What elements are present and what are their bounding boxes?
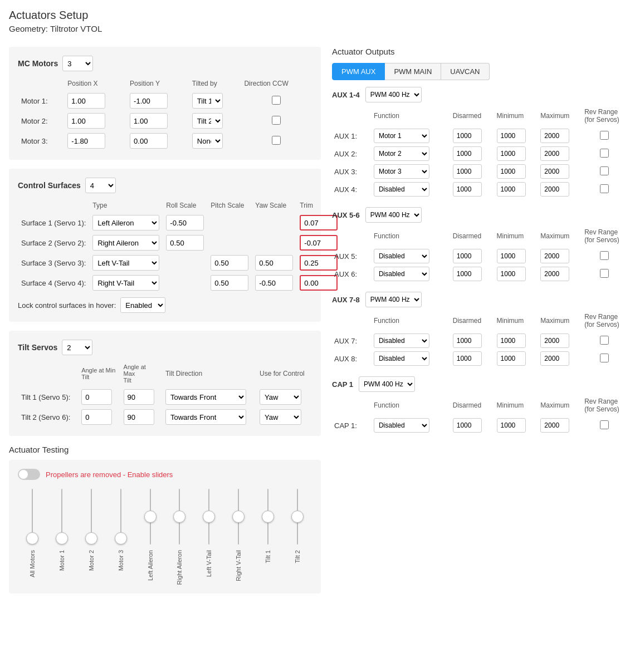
slider-track[interactable] xyxy=(238,489,239,545)
output-maximum[interactable] xyxy=(540,351,569,366)
output-disarmed[interactable] xyxy=(453,129,482,143)
surface-yaw[interactable] xyxy=(255,255,293,271)
slider-track[interactable] xyxy=(32,489,33,545)
enable-sliders-toggle[interactable] xyxy=(18,469,40,480)
surface-type-select[interactable]: Left AileronRight AileronLeft V-TailRigh… xyxy=(92,215,159,230)
output-disarmed[interactable] xyxy=(453,164,482,179)
surface-type-select[interactable]: Left AileronRight AileronLeft V-TailRigh… xyxy=(92,275,159,291)
surface-roll[interactable] xyxy=(166,235,204,251)
control-surfaces-count-select[interactable]: 4 xyxy=(85,178,116,193)
output-function-select[interactable]: DisabledMotor 1Motor 2Motor 3Motor 4Serv… xyxy=(374,418,429,433)
tilt-angle-min[interactable] xyxy=(81,409,112,425)
tab-pwm-main[interactable]: PWM MAIN xyxy=(385,63,441,80)
slider-thumb[interactable] xyxy=(232,511,245,523)
output-rev-check[interactable] xyxy=(600,131,609,140)
output-function-select[interactable]: DisabledMotor 1Motor 2Motor 3Motor 4Serv… xyxy=(374,182,429,197)
output-rev-check[interactable] xyxy=(600,354,609,362)
output-maximum[interactable] xyxy=(540,164,569,179)
motor-pos-x[interactable] xyxy=(67,113,105,129)
output-minimum[interactable] xyxy=(497,333,526,348)
output-function-select[interactable]: DisabledMotor 1Motor 2Motor 3Motor 4Serv… xyxy=(374,129,429,143)
slider-thumb[interactable] xyxy=(262,511,274,523)
slider-track[interactable] xyxy=(179,489,180,545)
surface-pitch[interactable] xyxy=(211,255,248,271)
output-minimum[interactable] xyxy=(497,146,526,161)
output-function-select[interactable]: DisabledMotor 1Motor 2Motor 3Motor 4Serv… xyxy=(374,267,429,281)
lock-select[interactable]: Enabled Disabled xyxy=(120,297,165,313)
surface-type-select[interactable]: Left AileronRight AileronLeft V-TailRigh… xyxy=(92,255,159,271)
output-function-select[interactable]: DisabledMotor 1Motor 2Motor 3Motor 4Serv… xyxy=(374,146,429,161)
output-maximum[interactable] xyxy=(540,418,569,433)
slider-thumb[interactable] xyxy=(56,532,68,545)
slider-thumb[interactable] xyxy=(291,511,304,523)
surface-yaw[interactable] xyxy=(255,275,293,291)
output-maximum[interactable] xyxy=(540,182,569,197)
slider-track[interactable] xyxy=(91,489,92,545)
output-rev-check[interactable] xyxy=(600,251,609,260)
output-maximum[interactable] xyxy=(540,129,569,143)
output-maximum[interactable] xyxy=(540,267,569,281)
output-function-select[interactable]: DisabledMotor 1Motor 2Motor 3Motor 4Serv… xyxy=(374,164,429,179)
output-function-select[interactable]: DisabledMotor 1Motor 2Motor 3Motor 4Serv… xyxy=(374,351,429,366)
slider-thumb[interactable] xyxy=(115,532,127,545)
slider-thumb[interactable] xyxy=(26,532,38,545)
tab-pwm-aux[interactable]: PWM AUX xyxy=(332,63,385,80)
surface-type-select[interactable]: Left AileronRight AileronLeft V-TailRigh… xyxy=(92,235,159,251)
output-disarmed[interactable] xyxy=(453,146,482,161)
output-rev-check[interactable] xyxy=(600,269,609,278)
tilt-angle-max[interactable] xyxy=(124,389,154,405)
motor-ccw-check[interactable] xyxy=(272,136,281,145)
motor-pos-y[interactable] xyxy=(130,113,168,129)
tilt-control-select[interactable]: YawPitchRollDisabled xyxy=(260,389,301,405)
output-disarmed[interactable] xyxy=(453,418,482,433)
motor-tilt-select[interactable]: NoneTilt 1Tilt 2Tilt 3 xyxy=(192,93,223,109)
slider-thumb[interactable] xyxy=(144,511,157,523)
tilt-angle-max[interactable] xyxy=(124,409,154,425)
slider-track[interactable] xyxy=(267,489,268,545)
motor-ccw-check[interactable] xyxy=(272,116,281,125)
output-minimum[interactable] xyxy=(497,182,526,197)
motor-pos-y[interactable] xyxy=(130,93,168,109)
output-rev-check[interactable] xyxy=(600,184,609,193)
motor-pos-y[interactable] xyxy=(130,133,168,149)
tilt-angle-min[interactable] xyxy=(81,389,112,405)
slider-track[interactable] xyxy=(120,489,121,545)
slider-track[interactable] xyxy=(150,489,151,545)
output-disarmed[interactable] xyxy=(453,249,482,263)
tilt-control-select[interactable]: YawPitchRollDisabled xyxy=(260,409,301,425)
output-maximum[interactable] xyxy=(540,333,569,348)
slider-track[interactable] xyxy=(208,489,209,545)
output-freq-select[interactable]: PWM 400 HzPWM 50 HzPWM 200 HzOneShot xyxy=(365,207,422,223)
slider-thumb[interactable] xyxy=(203,511,215,523)
output-rev-check[interactable] xyxy=(600,149,609,158)
output-minimum[interactable] xyxy=(497,351,526,366)
surface-pitch[interactable] xyxy=(211,275,248,291)
output-minimum[interactable] xyxy=(497,164,526,179)
slider-track[interactable] xyxy=(297,489,298,545)
output-minimum[interactable] xyxy=(497,267,526,281)
tab-uavcan[interactable]: UAVCAN xyxy=(441,63,489,80)
tilt-servos-count-select[interactable]: 2 xyxy=(62,340,92,355)
output-maximum[interactable] xyxy=(540,146,569,161)
motor-tilt-select[interactable]: NoneTilt 1Tilt 2Tilt 3 xyxy=(192,113,223,129)
tilt-direction-select[interactable]: Towards FrontTowards BackTowards LeftTow… xyxy=(165,389,246,405)
motor-ccw-check[interactable] xyxy=(272,96,281,105)
output-freq-select[interactable]: PWM 400 HzPWM 50 HzPWM 200 HzOneShot xyxy=(359,376,415,392)
slider-track[interactable] xyxy=(61,489,62,545)
output-function-select[interactable]: DisabledMotor 1Motor 2Motor 3Motor 4Serv… xyxy=(374,333,429,348)
output-freq-select[interactable]: PWM 400 HzPWM 50 HzPWM 200 HzOneShot xyxy=(365,292,422,307)
motor-pos-x[interactable] xyxy=(67,93,105,109)
tilt-direction-select[interactable]: Towards FrontTowards BackTowards LeftTow… xyxy=(165,409,246,425)
mc-motors-count-select[interactable]: 3 xyxy=(62,56,93,71)
output-rev-check[interactable] xyxy=(600,336,609,345)
output-disarmed[interactable] xyxy=(453,333,482,348)
output-rev-check[interactable] xyxy=(600,166,609,175)
slider-thumb[interactable] xyxy=(85,532,97,545)
output-minimum[interactable] xyxy=(497,129,526,143)
motor-pos-x[interactable] xyxy=(67,133,105,149)
output-disarmed[interactable] xyxy=(453,267,482,281)
motor-tilt-select[interactable]: NoneTilt 1Tilt 2Tilt 3 xyxy=(192,133,223,149)
output-freq-select[interactable]: PWM 400 HzPWM 50 HzPWM 200 HzOneShot xyxy=(365,87,422,102)
output-minimum[interactable] xyxy=(497,418,526,433)
output-maximum[interactable] xyxy=(540,249,569,263)
